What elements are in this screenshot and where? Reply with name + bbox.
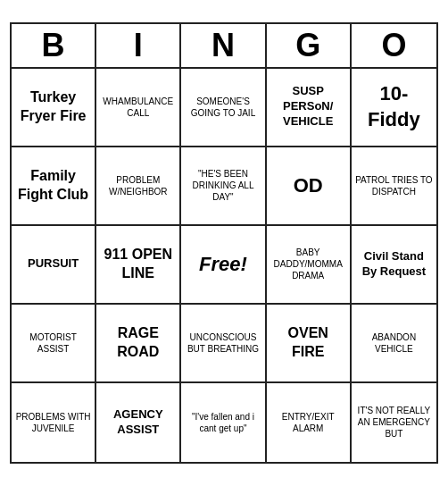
bingo-cell-19[interactable]: ABANDON VEHICLE	[352, 305, 436, 383]
bingo-grid: Turkey Fryer FireWHAMBULANCE CALLSOMEONE…	[12, 69, 436, 462]
header-letter-g: G	[267, 24, 352, 67]
bingo-cell-23[interactable]: ENTRY/EXIT ALARM	[267, 383, 352, 462]
bingo-cell-1[interactable]: WHAMBULANCE CALL	[96, 69, 181, 147]
header-letter-b: B	[12, 24, 96, 67]
header-letter-o: O	[352, 24, 436, 67]
bingo-cell-10[interactable]: PURSUIT	[12, 226, 96, 305]
bingo-cell-6[interactable]: PROBLEM W/NEIGHBOR	[96, 147, 181, 226]
bingo-cell-2[interactable]: SOMEONE'S GOING TO JAIL	[181, 69, 266, 147]
bingo-header: BINGO	[12, 24, 436, 69]
bingo-cell-0[interactable]: Turkey Fryer Fire	[12, 69, 96, 147]
header-letter-i: I	[96, 24, 181, 67]
bingo-cell-24[interactable]: IT'S NOT REALLY AN EMERGENCY BUT	[352, 383, 436, 462]
header-letter-n: N	[181, 24, 266, 67]
bingo-cell-21[interactable]: AGENCY ASSIST	[96, 383, 181, 462]
bingo-cell-18[interactable]: OVEN FIRE	[267, 305, 352, 383]
bingo-cell-20[interactable]: PROBLEMS WITH JUVENILE	[12, 383, 96, 462]
bingo-cell-11[interactable]: 911 OPEN LINE	[96, 226, 181, 305]
bingo-cell-4[interactable]: 10-Fiddy	[352, 69, 436, 147]
bingo-cell-9[interactable]: PATROL TRIES TO DISPATCH	[352, 147, 436, 226]
bingo-cell-5[interactable]: Family Fight Club	[12, 147, 96, 226]
bingo-cell-3[interactable]: SUSP PERSoN/ VEHICLE	[267, 69, 352, 147]
bingo-cell-17[interactable]: UNCONSCIOUS BUT BREATHING	[181, 305, 266, 383]
bingo-cell-14[interactable]: Civil Stand By Request	[352, 226, 436, 305]
bingo-cell-13[interactable]: BABY DADDY/MOMMA DRAMA	[267, 226, 352, 305]
bingo-cell-22[interactable]: "I've fallen and i cant get up"	[181, 383, 266, 462]
bingo-cell-8[interactable]: OD	[267, 147, 352, 226]
bingo-cell-7[interactable]: "HE'S BEEN DRINKING ALL DAY"	[181, 147, 266, 226]
bingo-cell-15[interactable]: MOTORIST ASSIST	[12, 305, 96, 383]
bingo-cell-12[interactable]: Free!	[181, 226, 266, 305]
bingo-cell-16[interactable]: RAGE ROAD	[96, 305, 181, 383]
bingo-card: BINGO Turkey Fryer FireWHAMBULANCE CALLS…	[10, 22, 438, 464]
